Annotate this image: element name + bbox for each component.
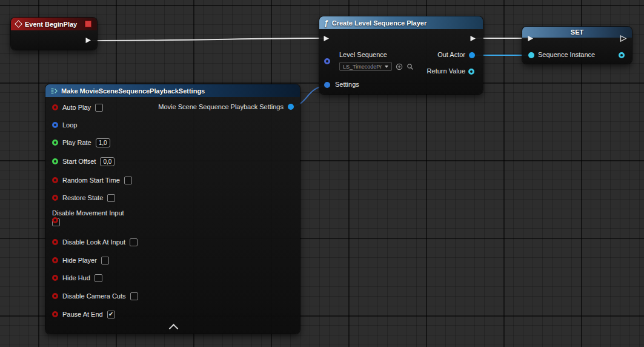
function-icon: ƒ bbox=[324, 19, 328, 27]
play-rate-pin[interactable] bbox=[52, 140, 58, 146]
settings-pin[interactable] bbox=[324, 82, 330, 88]
hide-hud-checkbox[interactable] bbox=[95, 274, 102, 282]
disable-look-at-input-label: Disable Look At Input bbox=[62, 238, 125, 246]
pin-row-disable-movement-input: Disable Movement Input bbox=[52, 209, 124, 226]
disable-movement-input-label: Disable Movement Input bbox=[52, 209, 124, 217]
pin-row-start-offset: Start Offset 0,0 bbox=[52, 155, 115, 167]
auto-play-label: Auto Play bbox=[62, 104, 91, 111]
pin-row-pause-at-end: Pause At End ✔ bbox=[52, 308, 115, 320]
browse-asset-magnifier-icon[interactable] bbox=[406, 62, 414, 70]
auto-play-checkbox[interactable] bbox=[95, 104, 103, 112]
pin-row-output-settings: Movie Scene Sequence Playback Settings bbox=[158, 101, 294, 113]
start-offset-field[interactable]: 0,0 bbox=[100, 157, 115, 166]
pin-row-random-start-time: Random Start Time bbox=[52, 174, 132, 186]
use-selected-asset-icon[interactable] bbox=[395, 62, 403, 70]
set-exec-out-pin[interactable] bbox=[619, 34, 627, 42]
loop-pin[interactable] bbox=[52, 122, 58, 128]
make-settings-title: Make MovieSceneSequencePlaybackSettings bbox=[61, 87, 205, 95]
create-player-title: Create Level Sequence Player bbox=[332, 19, 427, 27]
pin-row-hide-hud: Hide Hud bbox=[52, 272, 102, 284]
event-badge-icon bbox=[84, 20, 92, 28]
make-settings-header[interactable]: Make MovieSceneSequencePlaybackSettings bbox=[45, 84, 300, 97]
dropdown-chevron-icon bbox=[385, 66, 388, 68]
level-sequence-label: Level Sequence bbox=[339, 51, 387, 58]
restore-state-label: Restore State bbox=[62, 194, 103, 201]
level-sequence-asset-value: LS_TimecodePr bbox=[343, 64, 382, 70]
pin-row-disable-camera-cuts: Disable Camera Cuts bbox=[52, 290, 138, 302]
restore-state-pin[interactable] bbox=[52, 195, 58, 201]
node-event-beginplay: Event BeginPlay bbox=[11, 18, 97, 50]
create-exec-out-pin[interactable] bbox=[469, 34, 477, 42]
sequence-instance-pin[interactable] bbox=[528, 52, 534, 58]
node-collapse-button[interactable] bbox=[169, 325, 178, 332]
hide-hud-pin[interactable] bbox=[52, 275, 58, 281]
play-rate-field[interactable]: 1,0 bbox=[96, 138, 110, 147]
event-beginplay-header[interactable]: Event BeginPlay bbox=[11, 18, 97, 30]
random-start-time-checkbox[interactable] bbox=[124, 177, 132, 184]
random-start-time-pin[interactable] bbox=[52, 177, 58, 183]
pause-at-end-pin[interactable] bbox=[52, 311, 58, 317]
pause-at-end-checkbox[interactable]: ✔ bbox=[107, 311, 115, 318]
pin-row-auto-play: Auto Play bbox=[52, 101, 103, 113]
create-exec-in-pin[interactable] bbox=[322, 34, 330, 42]
disable-movement-input-pin[interactable] bbox=[52, 217, 58, 223]
restore-state-checkbox[interactable] bbox=[107, 194, 115, 202]
disable-look-at-input-checkbox[interactable] bbox=[130, 238, 138, 246]
make-struct-icon bbox=[50, 87, 58, 95]
return-value-label: Return Value bbox=[427, 67, 465, 75]
beginplay-exec-out-pin[interactable] bbox=[84, 36, 92, 44]
out-actor-label: Out Actor bbox=[437, 51, 465, 58]
out-actor-pin[interactable] bbox=[469, 52, 475, 58]
random-start-time-label: Random Start Time bbox=[62, 177, 120, 184]
hide-player-pin[interactable] bbox=[52, 257, 58, 263]
node-set-sequence-instance: SET Sequence Instance bbox=[522, 27, 632, 64]
pin-row-disable-look-at-input: Disable Look At Input bbox=[52, 236, 138, 248]
create-player-header[interactable]: ƒ Create Level Sequence Player bbox=[319, 16, 483, 29]
chevron-up-icon bbox=[168, 323, 178, 333]
pin-row-loop: Loop bbox=[52, 119, 77, 131]
settings-label: Settings bbox=[335, 81, 359, 88]
hide-player-label: Hide Player bbox=[62, 257, 97, 264]
play-rate-label: Play Rate bbox=[62, 139, 91, 146]
hide-hud-label: Hide Hud bbox=[62, 274, 90, 281]
set-title: SET bbox=[571, 29, 583, 36]
hide-player-checkbox[interactable] bbox=[101, 257, 109, 264]
pin-row-play-rate: Play Rate 1,0 bbox=[52, 136, 110, 149]
set-exec-in-pin[interactable] bbox=[526, 34, 534, 42]
disable-look-at-input-pin[interactable] bbox=[52, 239, 58, 245]
sequence-instance-label: Sequence Instance bbox=[538, 51, 595, 58]
pause-at-end-label: Pause At End bbox=[62, 311, 103, 318]
return-value-pin[interactable] bbox=[468, 69, 474, 75]
pin-row-hide-player: Hide Player bbox=[52, 254, 109, 266]
node-make-playback-settings: Make MovieSceneSequencePlaybackSettings … bbox=[45, 84, 300, 334]
start-offset-label: Start Offset bbox=[62, 158, 96, 165]
disable-camera-cuts-label: Disable Camera Cuts bbox=[62, 292, 126, 300]
output-settings-pin[interactable] bbox=[288, 104, 294, 110]
disable-camera-cuts-checkbox[interactable] bbox=[130, 292, 138, 300]
disable-camera-cuts-pin[interactable] bbox=[52, 293, 58, 299]
output-settings-label: Movie Scene Sequence Playback Settings bbox=[158, 103, 284, 110]
node-create-level-sequence-player: ƒ Create Level Sequence Player Level Seq… bbox=[319, 16, 483, 94]
set-output-value-pin[interactable] bbox=[619, 52, 625, 58]
event-beginplay-title: Event BeginPlay bbox=[25, 21, 77, 28]
exec-wire-beginplay-to-create[interactable] bbox=[92, 38, 325, 41]
event-icon bbox=[15, 20, 22, 28]
loop-label: Loop bbox=[62, 121, 77, 129]
auto-play-pin[interactable] bbox=[52, 104, 58, 110]
level-sequence-asset-dropdown[interactable]: LS_TimecodePr bbox=[339, 62, 392, 71]
blueprint-graph-canvas[interactable]: Event BeginPlay ƒ Create Level Sequence … bbox=[0, 0, 644, 347]
set-header[interactable]: SET bbox=[522, 27, 632, 38]
level-sequence-pin[interactable] bbox=[324, 58, 330, 64]
pin-row-restore-state: Restore State bbox=[52, 192, 115, 204]
start-offset-pin[interactable] bbox=[52, 158, 58, 164]
